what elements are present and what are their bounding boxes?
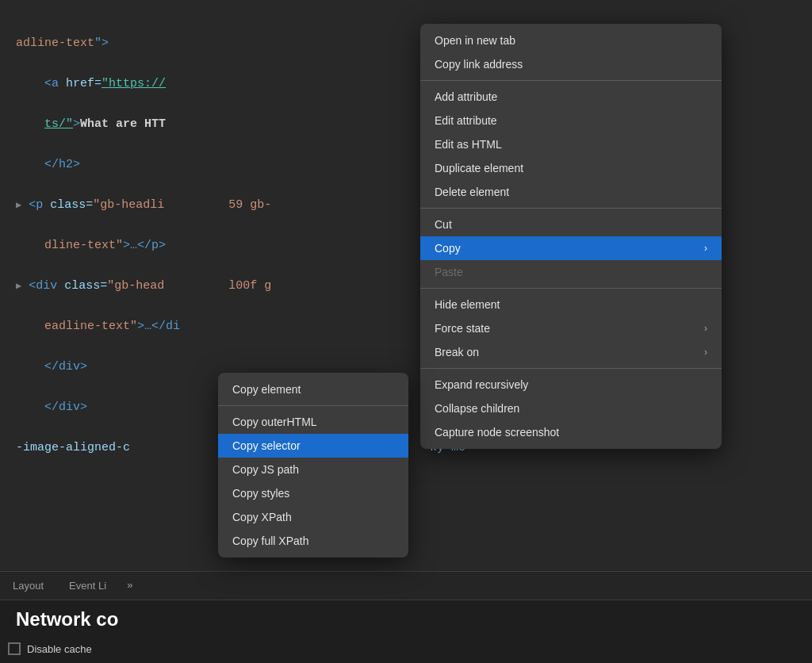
bottom-bar: Disable cache Network co [0, 600, 812, 663]
menu-item-copy-element[interactable]: Copy element [218, 377, 408, 401]
tab-layout[interactable]: Layout [8, 577, 48, 595]
network-console-label: Network co [16, 608, 118, 630]
menu-separator-2 [420, 208, 722, 209]
menu-item-paste: Paste [420, 260, 722, 284]
menu-item-edit-attribute[interactable]: Edit attribute [420, 109, 722, 132]
context-menu-right: Open in new tab Copy link address Add at… [420, 24, 722, 449]
menu-item-open-new-tab[interactable]: Open in new tab [420, 29, 722, 52]
copy-arrow-icon: › [704, 243, 707, 254]
disable-cache-area: Disable cache [8, 642, 92, 655]
menu-item-delete-element[interactable]: Delete element [420, 180, 722, 204]
menu-item-force-state[interactable]: Force state › [420, 316, 722, 340]
menu-item-hide-element[interactable]: Hide element [420, 293, 722, 316]
menu-separator-3 [420, 288, 722, 289]
menu-item-break-on[interactable]: Break on › [420, 340, 722, 364]
menu-item-copy-full-xpath[interactable]: Copy full XPath [218, 529, 408, 553]
disable-cache-label: Disable cache [27, 643, 92, 655]
menu-separator-1 [420, 80, 722, 81]
tab-more-icon[interactable]: » [127, 580, 133, 592]
menu-item-copy-link-address[interactable]: Copy link address [420, 52, 722, 76]
menu-separator-4 [420, 368, 722, 369]
menu-item-copy-js-path[interactable]: Copy JS path [218, 458, 408, 481]
tab-event-listeners[interactable]: Event Li [64, 577, 111, 595]
menu-item-copy[interactable]: Copy › [420, 236, 722, 260]
menu-item-copy-outerhtml[interactable]: Copy outerHTML [218, 410, 408, 434]
context-menu-left: Copy element Copy outerHTML Copy selecto… [218, 373, 408, 558]
menu-item-collapse-children[interactable]: Collapse children [420, 397, 722, 420]
menu-item-copy-selector[interactable]: Copy selector [218, 434, 408, 458]
menu-item-add-attribute[interactable]: Add attribute [420, 85, 722, 109]
menu-item-duplicate-element[interactable]: Duplicate element [420, 156, 722, 180]
menu-item-expand-recursively[interactable]: Expand recursively [420, 373, 722, 397]
disable-cache-checkbox[interactable] [8, 642, 21, 655]
left-menu-separator-1 [218, 405, 408, 406]
force-state-arrow-icon: › [704, 323, 707, 334]
tab-bar: Layout Event Li » [0, 571, 812, 600]
menu-item-capture-screenshot[interactable]: Capture node screenshot [420, 420, 722, 444]
menu-item-copy-xpath[interactable]: Copy XPath [218, 505, 408, 529]
break-on-arrow-icon: › [704, 347, 707, 358]
menu-item-cut[interactable]: Cut [420, 213, 722, 236]
menu-item-copy-styles[interactable]: Copy styles [218, 481, 408, 505]
menu-item-edit-as-html[interactable]: Edit as HTML [420, 132, 722, 156]
